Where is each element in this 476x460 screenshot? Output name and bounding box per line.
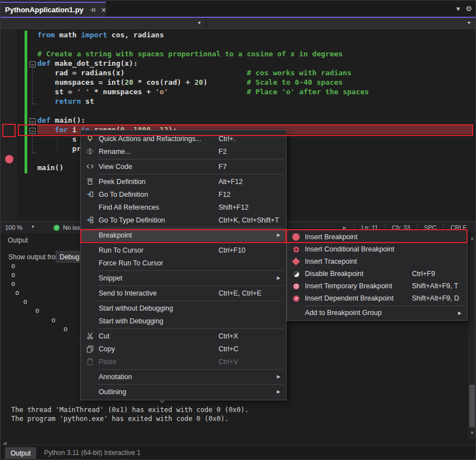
tab-output[interactable]: Output [5,447,36,459]
tab-bar-controls: ▾ ⚙ [456,4,472,13]
menu-item-run-to-cursor[interactable]: Run To CursorCtrl+F10 [81,244,286,256]
menu-item-annotation[interactable]: Annotation▶ [81,370,286,383]
code-line[interactable]: # Create a string with spaces proportion… [37,49,473,59]
code-line[interactable]: rad = radians(x) # cos works with radian… [37,68,473,78]
document-tab[interactable]: PythonApplication1.py × [1,3,106,17]
output-panel-title: Output [8,236,28,244]
menu-item-shortcut: F12 [218,191,231,198]
menu-item-send-to-interactive[interactable]: Send to InteractiveCtrl+E, Ctrl+E [81,287,286,299]
menu-item-insert-temporary-breakpoint[interactable]: Insert Temporary BreakpointShift+Alt+F9,… [287,280,467,292]
menu-item-insert-conditional-breakpoint[interactable]: Insert Conditional Breakpoint [287,243,467,255]
menu-item-label: Insert Tracepoint [305,258,412,265]
menu-item-peek-definition[interactable]: Peek DefinitionAlt+F12 [81,175,286,188]
breakpoint-conditional-icon [287,245,305,254]
menu-item-label: Outlining [99,388,218,396]
zoom-level-control[interactable]: 100 % [5,224,22,231]
submenu-arrow-icon: ▶ [458,311,464,316]
code-line[interactable]: return st [37,96,473,106]
menu-item-add-to-breakpoint-group[interactable]: Add to Breakpoint Group▶ [287,307,467,319]
submenu-arrow-icon: ▶ [277,233,283,238]
breakpoint-submenu: Insert BreakpointInsert Conditional Brea… [286,229,468,321]
menu-item-label: Paste [99,358,218,366]
tab-python-interactive[interactable]: Python 3.11 (64-bit) Interactive 1 [44,449,140,457]
menu-item-start-without-debugging[interactable]: Start without Debugging [81,302,286,314]
menu-item-snippet[interactable]: Snippet▶ [81,272,286,284]
menu-item-go-to-type-definition[interactable]: Go To Type DefinitionCtrl+K, Ctrl+Shift+… [81,214,286,226]
menu-separator [98,301,284,301]
ide-window: PythonApplication1.py × ▾ ⚙ ▾ ▾ ––– from… [0,0,476,460]
menu-item-label: Insert Dependent Breakpoint [305,294,412,302]
scroll-down-icon[interactable]: ▼ [468,430,476,435]
gear-icon[interactable]: ⚙ [465,4,472,13]
menu-item-force-run-to-cursor[interactable]: Force Run To Cursor [81,256,286,269]
menu-item-copy[interactable]: CopyCtrl+C [81,342,286,355]
submenu-arrow-icon: ▶ [277,275,283,280]
pin-icon[interactable] [89,7,96,13]
menu-separator [98,227,284,228]
close-icon[interactable]: × [101,5,106,14]
breakpoint-margin[interactable] [1,29,17,221]
menu-item-view-code[interactable]: View CodeF7 [81,160,286,173]
tab-output-label: Output [11,449,31,457]
code-line[interactable]: st = ' ' * numspaces + 'o' # Place 'o' a… [37,87,473,96]
cut-icon [81,332,99,340]
menu-item-go-to-definition[interactable]: Go To DefinitionF12 [81,188,286,201]
submenu-arrow-icon: ▶ [277,389,283,394]
code-line[interactable] [37,40,473,49]
menu-item-label: Send to Interactive [99,289,218,297]
menu-item-paste[interactable]: PasteCtrl+V [81,355,286,368]
menu-item-shortcut: Shift+Alt+F9, T [412,282,458,290]
peek-definition-icon [81,177,99,186]
menu-item-shortcut: Ctrl+C [218,345,239,353]
menu-item-breakpoint[interactable]: Breakpoint▶ [81,229,286,241]
document-tab-title: PythonApplication1.py [5,6,84,14]
menu-separator [98,369,284,370]
code-line[interactable] [37,106,473,115]
menu-item-disable-breakpoint[interactable]: Disable BreakpointCtrl+F9 [287,268,467,280]
breakpoint-icon [287,233,305,241]
scroll-up-icon[interactable]: ▲ [468,236,476,241]
menu-item-insert-tracepoint[interactable]: Insert Tracepoint [287,255,467,268]
menu-item-shortcut: Shift+F12 [218,204,249,211]
breakpoint-dependent-icon [287,294,305,303]
health-check-icon[interactable]: ✓ [54,225,60,231]
menu-item-shortcut: Ctrl+V [218,358,238,366]
menu-item-shortcut: Ctrl+E, Ctrl+E [218,289,261,297]
menu-item-insert-dependent-breakpoint[interactable]: Insert Dependent BreakpointShift+Alt+F9,… [287,292,467,304]
change-tracking-bar [25,31,27,173]
menu-item-shortcut: Ctrl+. [218,135,235,143]
menu-item-label: Cut [99,332,218,340]
rename-icon [81,147,99,156]
menu-item-cut[interactable]: CutCtrl+X [81,330,286,342]
menu-item-rename[interactable]: Rename...F2 [81,145,286,158]
menu-item-start-with-debugging[interactable]: Start with Debugging [81,314,286,327]
menu-item-label: Peek Definition [99,178,218,186]
scrollbar-thumb[interactable] [469,385,475,427]
menu-item-outlining[interactable]: Outlining▶ [81,385,286,398]
fold-toggle-icon[interactable]: – [30,118,36,124]
menu-item-quick-actions-and-refactorings[interactable]: Quick Actions and Refactorings...Ctrl+. [81,132,286,145]
code-line[interactable]: def main(): [37,115,473,125]
output-source-value: Debug [60,253,79,261]
menu-item-label: Force Run To Cursor [99,259,218,267]
zoom-dropdown-icon[interactable]: ▾ [32,224,34,229]
menu-item-label: Add to Breakpoint Group [305,309,412,317]
tab-list-dropdown-icon[interactable]: ▾ [456,4,460,13]
code-line[interactable]: numspaces = int(20 * cos(rad) + 20) # Sc… [37,78,473,87]
menu-item-label: Go To Type Definition [99,216,218,224]
menu-item-label: Start without Debugging [99,304,218,312]
fold-toggle-icon[interactable]: – [30,61,36,67]
output-vertical-scrollbar[interactable]: ▲ ▼ [468,234,476,439]
menu-item-shortcut: Ctrl+F10 [218,246,245,254]
menu-item-find-all-references[interactable]: Find All ReferencesShift+F12 [81,201,286,214]
menu-item-label: Go To Definition [99,191,218,198]
menu-item-label: Insert Breakpoint [305,233,412,241]
menu-item-shortcut: F7 [218,163,227,171]
nav-left-dropdown-icon[interactable]: ▾ [198,20,201,26]
code-line[interactable]: def make_dot_string(x): [37,59,473,68]
breakpoint-dot-icon[interactable] [5,155,13,163]
nav-right-dropdown-icon[interactable]: ▾ [468,20,470,26]
menu-item-insert-breakpoint[interactable]: Insert Breakpoint [287,231,467,243]
code-line[interactable]: from math import cos, radians [37,30,473,40]
output-line: The thread 'MainThread' (0x1) has exited… [11,405,249,414]
